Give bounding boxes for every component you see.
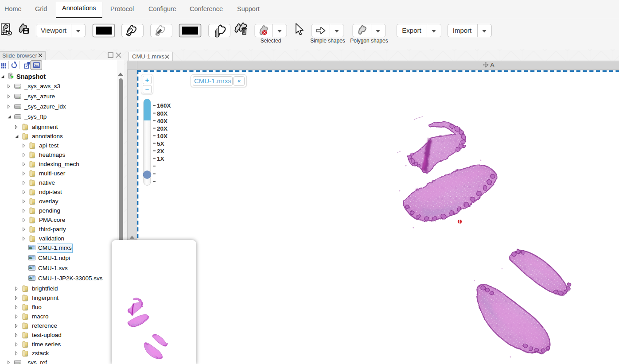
svg-text:Export: Export <box>402 27 421 34</box>
svg-text:Import: Import <box>453 27 472 34</box>
svg-text:Viewport: Viewport <box>41 27 67 34</box>
